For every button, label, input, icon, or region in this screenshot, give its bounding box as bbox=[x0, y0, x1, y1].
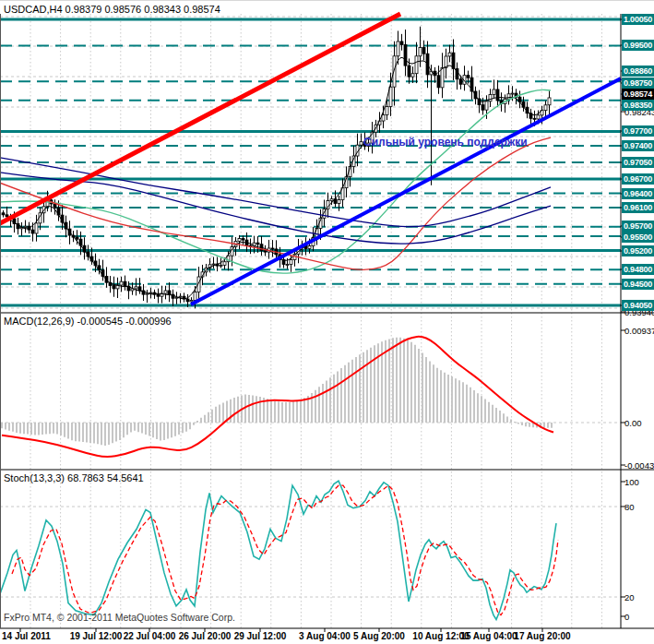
time-axis-label: 5 Aug 20:00 bbox=[353, 631, 405, 641]
stoch-indicator-title: Stoch(13,3,3) 68.7863 54.5641 bbox=[4, 472, 144, 483]
stoch-scale-label: 100 bbox=[624, 477, 639, 487]
price-level-label: 0.95700 bbox=[622, 221, 654, 232]
mt4-chart-window: USDCAD,H4 0.98379 0.98576 0.98343 0.9857… bbox=[0, 0, 654, 644]
price-level-label: 0.98750 bbox=[622, 78, 654, 89]
stoch-scale-label: 20 bbox=[624, 592, 635, 602]
price-level-label: 0.99500 bbox=[622, 40, 654, 51]
price-level-label: 0.95200 bbox=[622, 245, 654, 256]
price-level-label: 0.97050 bbox=[622, 157, 654, 168]
main-chart-pane[interactable] bbox=[0, 1, 621, 313]
macd-scale-label: -0.00439 bbox=[624, 460, 654, 471]
time-axis-label: 14 Jul 2011 bbox=[2, 631, 51, 641]
time-axis-label: 19 Jul 12:00 bbox=[70, 631, 123, 641]
terminal-copyright: FxPro MT4, © 2001-2011 MetaQuotes Softwa… bbox=[4, 612, 235, 623]
price-level-label: 0.95500 bbox=[622, 232, 654, 243]
price-level-label: 0.97400 bbox=[622, 140, 654, 151]
chart-title-ohlc: USDCAD,H4 0.98379 0.98576 0.98343 0.9857… bbox=[4, 4, 220, 15]
time-axis-label: 15 Aug 04:00 bbox=[460, 631, 517, 641]
macd-scale-label: 0.00937 bbox=[624, 326, 654, 336]
price-level-label: 0.96100 bbox=[622, 202, 654, 213]
current-price-label: 0.98574 bbox=[622, 89, 654, 100]
time-axis-label: 22 Jul 04:00 bbox=[124, 631, 176, 641]
price-level-label: 0.98350 bbox=[622, 100, 654, 111]
macd-indicator-title: MACD(12,26,9) -0.000545 -0.000996 bbox=[4, 316, 172, 327]
price-level-label: 0.96700 bbox=[622, 173, 654, 185]
stoch-pane[interactable] bbox=[0, 470, 621, 628]
price-level-label: 0.96400 bbox=[622, 188, 654, 199]
price-level-label: 0.94050 bbox=[622, 300, 654, 311]
time-axis-label: 26 Jul 20:00 bbox=[179, 631, 232, 641]
macd-scale-label: 0.00 bbox=[624, 418, 642, 428]
price-level-label: 1.00050 bbox=[622, 14, 654, 25]
stoch-scale-label: 0 bbox=[624, 612, 629, 622]
macd-pane[interactable] bbox=[0, 313, 621, 470]
time-axis-label: 17 Aug 20:00 bbox=[514, 631, 570, 641]
time-axis-label: 3 Aug 04:00 bbox=[299, 631, 351, 641]
stoch-scale-label: 80 bbox=[624, 502, 635, 512]
price-level-label: 0.97700 bbox=[622, 125, 654, 137]
price-level-label: 0.98860 bbox=[622, 66, 654, 77]
support-level-annotation[interactable]: Сильный уровень поддержки bbox=[363, 136, 528, 149]
price-level-label: 0.94800 bbox=[622, 264, 654, 275]
time-axis-label: 29 Jul 12:00 bbox=[234, 631, 287, 641]
price-level-label: 0.94500 bbox=[622, 279, 654, 290]
